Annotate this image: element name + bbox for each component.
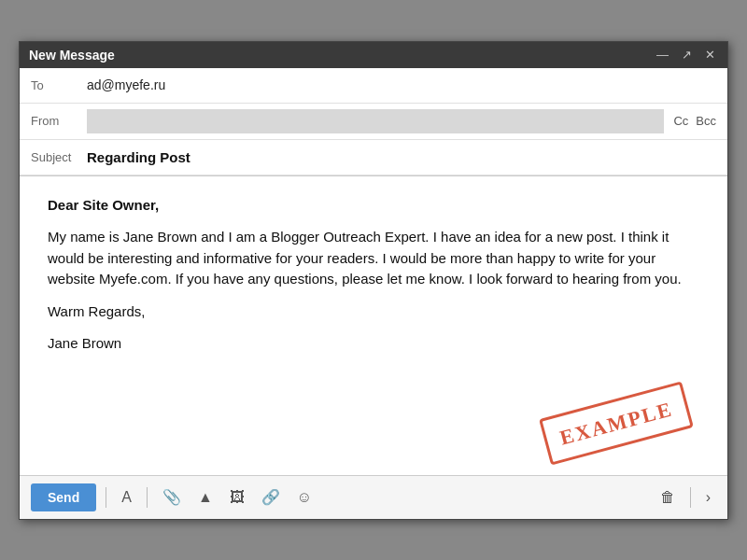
toolbar-separator-3 (690, 487, 691, 508)
to-value[interactable]: ad@myefe.ru (87, 77, 716, 92)
to-label: To (31, 78, 87, 92)
toolbar-separator-1 (106, 487, 106, 508)
drive-icon[interactable]: ▲ (192, 485, 218, 510)
to-row: To ad@myefe.ru (20, 68, 727, 104)
body-text: Dear Site Owner, My name is Jane Brown a… (48, 195, 699, 355)
example-stamp: EXAMPLE (539, 381, 694, 465)
window-title: New Message (29, 48, 115, 63)
more-icon[interactable]: › (700, 485, 716, 510)
trash-icon[interactable]: 🗑 (655, 485, 681, 510)
from-row: From Cc Bcc (20, 104, 727, 140)
header-fields: To ad@myefe.ru From Cc Bcc Subject Regar… (20, 68, 727, 176)
signature: Jane Brown (48, 333, 699, 355)
window-controls: — ↗ ✕ (654, 48, 718, 62)
minimize-button[interactable]: — (654, 48, 671, 62)
from-input[interactable] (87, 109, 664, 133)
emoji-icon[interactable]: ☺ (291, 485, 317, 510)
title-bar: New Message — ↗ ✕ (20, 42, 727, 68)
close-button[interactable]: ✕ (702, 48, 718, 62)
subject-value[interactable]: Regarding Post (87, 149, 716, 165)
photo-icon[interactable]: 🖼 (224, 485, 250, 510)
cc-button[interactable]: Cc (673, 114, 688, 128)
toolbar: Send A 📎 ▲ 🖼 🔗 ☺ 🗑 › (20, 475, 727, 519)
bcc-button[interactable]: Bcc (696, 114, 716, 128)
attach-icon[interactable]: 📎 (157, 484, 187, 510)
send-button[interactable]: Send (31, 483, 96, 511)
subject-label: Subject (31, 150, 87, 164)
link-icon[interactable]: 🔗 (256, 484, 286, 510)
from-label: From (31, 114, 87, 128)
subject-row: Subject Regarding Post (20, 140, 727, 175)
body-paragraph: My name is Jane Brown and I am a Blogger… (48, 227, 699, 290)
greeting: Dear Site Owner, (48, 197, 159, 213)
closing: Warm Regards, (48, 301, 699, 323)
toolbar-separator-2 (147, 487, 148, 508)
email-compose-window: New Message — ↗ ✕ To ad@myefe.ru From Cc… (19, 41, 728, 520)
maximize-button[interactable]: ↗ (679, 48, 695, 62)
font-icon[interactable]: A (116, 485, 137, 510)
email-body[interactable]: Dear Site Owner, My name is Jane Brown a… (20, 176, 727, 475)
cc-bcc-controls: Cc Bcc (673, 114, 716, 128)
